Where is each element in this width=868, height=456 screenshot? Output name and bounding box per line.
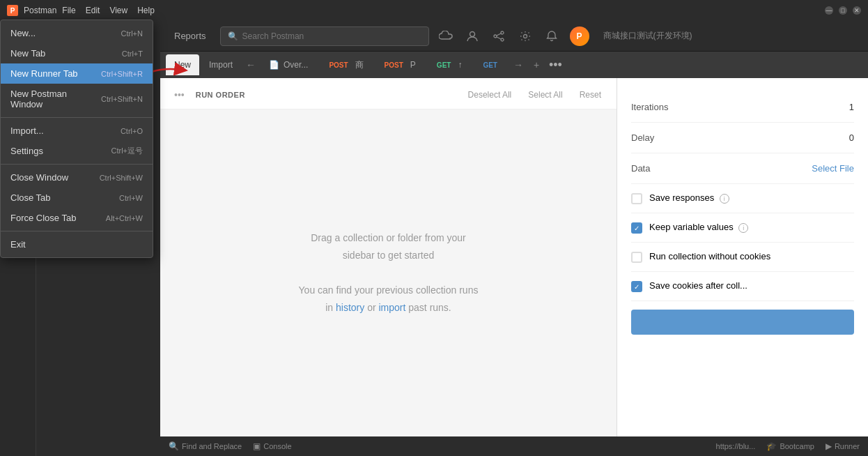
share-icon[interactable] [490, 28, 507, 45]
maximize-button[interactable]: □ [839, 6, 847, 15]
menu-item-exit[interactable]: Exit [1, 234, 153, 254]
search-placeholder: Search Postman [242, 31, 304, 41]
menu-edit[interactable]: Edit [86, 6, 100, 15]
run-without-cookies-checkbox[interactable] [631, 252, 642, 263]
tab-add[interactable]: + [528, 56, 545, 73]
console-item[interactable]: ▣ Console [253, 441, 291, 451]
header: Reports 🔍 Search Postman [160, 21, 868, 52]
run-without-cookies-label: Run collection without cookies [649, 251, 770, 261]
iterations-value[interactable]: 1 [849, 102, 854, 112]
menu-divider-2 [1, 164, 153, 165]
menu-item-force-close[interactable]: Force Close Tab Alt+Ctrl+W [1, 208, 153, 228]
bottom-right: https://blu... 🎓 Bootcamp ▶ Runner [716, 441, 860, 451]
import-link[interactable]: import [378, 302, 405, 313]
bottom-left: 🔍 Find and Replace ▣ Console [169, 441, 292, 451]
menu-new-shortcut: Ctrl+N [121, 29, 143, 38]
save-responses-checkbox[interactable] [631, 193, 642, 204]
history-link[interactable]: history [336, 302, 364, 313]
menu-new-tab-shortcut: Ctrl+T [122, 50, 143, 58]
data-row: Data Select File [631, 153, 854, 184]
history-text: You can find your previous collection ru… [299, 282, 479, 317]
content-area: ••• RUN ORDER Deselect All Select All Re… [160, 78, 868, 436]
deselect-all-button[interactable]: Deselect All [464, 89, 516, 101]
bell-icon[interactable] [543, 28, 560, 45]
runner-config: Iterations 1 Delay 0 Data Select File [617, 78, 868, 349]
keep-variable-info[interactable]: i [738, 223, 748, 233]
tab-get-2[interactable]: GET [472, 54, 509, 75]
run-order-actions: Deselect All Select All Reset [464, 89, 605, 101]
runner-left-panel: ••• RUN ORDER Deselect All Select All Re… [160, 78, 617, 436]
select-file-link[interactable]: Select File [812, 163, 854, 174]
run-button[interactable] [631, 310, 854, 335]
tab-bar: New Import ← 📄 Over... POST 商 POST P GET… [160, 52, 868, 78]
reset-button[interactable]: Reset [575, 89, 605, 101]
menu-item-import[interactable]: Import... Ctrl+O [1, 121, 153, 141]
menu-new-label: New... [10, 28, 36, 38]
menu-item-new-runner-tab[interactable]: New Runner Tab Ctrl+Shift+R [1, 63, 153, 84]
close-button[interactable]: ✕ [853, 6, 861, 15]
menu-help[interactable]: Help [137, 6, 155, 15]
menu-view[interactable]: View [109, 6, 127, 15]
tab-nav-back[interactable]: ← [242, 56, 259, 73]
keep-variable-row: ✓ Keep variable values i [631, 213, 854, 243]
delay-label: Delay [631, 132, 654, 143]
menu-item-settings[interactable]: Settings Ctrl+逗号 [1, 141, 153, 161]
menu-item-new-tab[interactable]: New Tab Ctrl+T [1, 43, 153, 63]
keep-variable-checkbox[interactable]: ✓ [631, 222, 642, 234]
menu-new-window-shortcut: Ctrl+Shift+N [101, 95, 143, 103]
tab-post-shang[interactable]: POST 商 [318, 54, 371, 75]
tabs-overflow[interactable]: ••• [546, 55, 565, 75]
tab-post-p[interactable]: POST P [373, 54, 424, 75]
tab-get-1-label: ↑ [458, 60, 462, 70]
minimize-button[interactable]: — [825, 6, 833, 15]
sync-icon[interactable] [437, 28, 454, 45]
data-label: Data [631, 163, 650, 174]
menu-new-window-label: New Postman Window [10, 89, 101, 109]
find-replace-label: Find and Replace [182, 442, 242, 450]
tab-import[interactable]: Import [201, 54, 241, 75]
menu-item-new[interactable]: New... Ctrl+N [1, 23, 153, 43]
delay-value[interactable]: 0 [849, 132, 854, 143]
user-avatar[interactable]: P [570, 26, 589, 46]
menu-close-tab-shortcut: Ctrl+W [119, 194, 143, 202]
bootcamp-icon: 🎓 [766, 441, 777, 451]
svg-point-3 [501, 38, 504, 41]
tab-get-badge-1: GET [434, 61, 454, 70]
menu-divider-1 [1, 117, 153, 118]
app-body: ⚡ APIs ◫ Environments ⬡ Mock Servers 📈 M… [0, 21, 868, 456]
bottom-url: https://blu... [716, 442, 756, 450]
env-label[interactable]: 商城接口测试(开发环境) [599, 30, 697, 42]
console-icon: ▣ [253, 441, 261, 451]
run-without-cookies-row: Run collection without cookies [631, 243, 854, 272]
menu-item-close-window[interactable]: Close Window Ctrl+Shift+W [1, 167, 153, 188]
tab-overview[interactable]: 📄 Over... [261, 54, 316, 75]
find-replace-item[interactable]: 🔍 Find and Replace [169, 441, 242, 451]
save-responses-info[interactable]: i [720, 194, 729, 204]
file-dropdown-menu: New... Ctrl+N New Tab Ctrl+T New Runner … [0, 20, 153, 258]
reports-tab[interactable]: Reports [169, 31, 212, 41]
tab-nav-forward[interactable]: → [510, 56, 527, 73]
menu-close-tab-label: Close Tab [10, 192, 51, 203]
settings-icon[interactable] [517, 28, 534, 45]
titlebar-left: P Postman File Edit View Help [7, 5, 155, 16]
menu-settings-label: Settings [10, 146, 43, 156]
tab-doc-icon: 📄 [269, 60, 279, 70]
save-cookies-checkbox[interactable]: ✓ [631, 281, 642, 292]
bootcamp-label: Bootcamp [780, 442, 814, 450]
menu-file[interactable]: File [62, 6, 75, 15]
menu-item-close-tab[interactable]: Close Tab Ctrl+W [1, 188, 153, 208]
console-label: Console [263, 442, 291, 450]
run-order-more[interactable]: ••• [171, 86, 187, 103]
bootcamp-item[interactable]: 🎓 Bootcamp [766, 441, 814, 451]
select-all-button[interactable]: Select All [524, 89, 566, 101]
delay-row: Delay 0 [631, 123, 854, 153]
menu-divider-3 [1, 231, 153, 231]
menu-import-label: Import... [10, 126, 44, 136]
search-bar[interactable]: 🔍 Search Postman [220, 26, 429, 46]
runner-item[interactable]: ▶ Runner [826, 441, 860, 451]
drop-text-1: Drag a collection or folder from your [311, 229, 466, 247]
menu-item-new-window[interactable]: New Postman Window Ctrl+Shift+N [1, 84, 153, 114]
tab-get-1[interactable]: GET ↑ [426, 54, 471, 75]
user-icon[interactable] [464, 28, 481, 45]
tab-new[interactable]: New [166, 54, 199, 75]
